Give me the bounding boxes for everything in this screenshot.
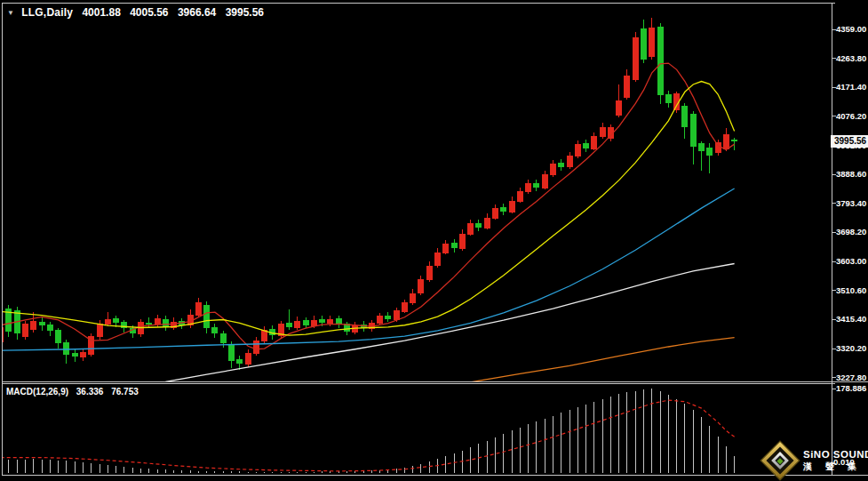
ohlc-open: 4001.88 bbox=[82, 6, 120, 19]
macd-signal-value: 76.753 bbox=[111, 387, 139, 397]
price-axis-label: 3227.80 bbox=[836, 373, 866, 382]
symbol-header: ▼ LLG,Daily 4001.88 4005.56 3966.64 3995… bbox=[7, 6, 264, 19]
price-axis-label: 4263.80 bbox=[836, 53, 866, 63]
brand-diamond-logo-icon bbox=[760, 440, 800, 480]
price-axis-label: 3510.60 bbox=[836, 285, 866, 295]
ohlc-low: 3966.64 bbox=[178, 6, 216, 19]
chart-canvas[interactable] bbox=[0, 0, 868, 481]
price-axis-label: 3793.40 bbox=[836, 198, 866, 208]
macd-main-value: 36.336 bbox=[76, 387, 104, 397]
macd-scale-max-label: 178.886 bbox=[836, 383, 866, 393]
price-axis-label: 3888.60 bbox=[836, 169, 866, 179]
macd-indicator-header: MACD(12,26,9) 36.336 76.753 bbox=[6, 387, 139, 397]
ma-xxlong-orange bbox=[471, 338, 735, 382]
price-axis-label: 3320.20 bbox=[836, 343, 866, 353]
ohlc-close: 3995.56 bbox=[226, 6, 264, 19]
price-axis-label: 4171.40 bbox=[836, 82, 866, 92]
price-axis-label: 3415.40 bbox=[836, 314, 866, 324]
price-axis[interactable]: 4359.004263.804171.404076.203981.003888.… bbox=[836, 0, 868, 481]
macd-label: MACD(12,26,9) bbox=[6, 387, 68, 397]
price-axis-label: 3698.20 bbox=[836, 227, 866, 236]
price-axis-label: 3603.00 bbox=[836, 256, 866, 266]
price-axis-label: 4359.00 bbox=[836, 24, 866, 34]
trading-chart-window: ▼ LLG,Daily 4001.88 4005.56 3966.64 3995… bbox=[0, 0, 868, 481]
macd-scale-min-label: 0.019 bbox=[833, 457, 855, 467]
price-axis-label: 4076.20 bbox=[836, 111, 866, 121]
current-price-badge: 3995.56 bbox=[831, 135, 868, 148]
ma-fast-red bbox=[1, 63, 735, 349]
ohlc-high: 4005.56 bbox=[130, 6, 168, 19]
macd-signal-line bbox=[1, 400, 735, 471]
symbol-period-label: LLG,Daily bbox=[21, 6, 73, 19]
chevron-down-icon[interactable]: ▼ bbox=[7, 9, 14, 17]
